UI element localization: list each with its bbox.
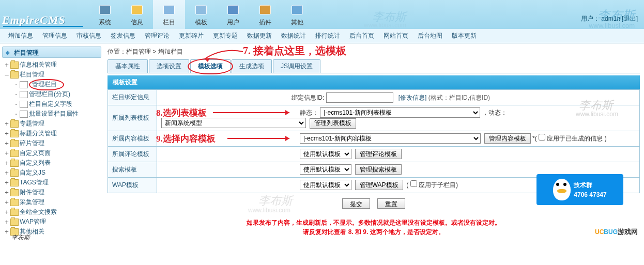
menu-后台地图[interactable]: 后台地图 <box>418 32 442 40</box>
menu-后台首页[interactable]: 后台首页 <box>349 32 374 40</box>
main-nav: 系统信息栏目模板用户插件其他 <box>89 0 313 29</box>
manage-listtpl-button[interactable]: 管理列表模板 <box>310 118 356 129</box>
user-area: 用户： adm1n [退出] <box>581 14 638 23</box>
menu-审核信息[interactable]: 审核信息 <box>76 32 101 40</box>
schtpl-select[interactable]: 使用默认模板 <box>300 164 351 175</box>
menu-版本更新[interactable]: 版本更新 <box>452 32 477 40</box>
manage-conttpl-button[interactable]: 管理内容模板 <box>484 133 531 144</box>
tab-模板选项[interactable]: 模板选项 <box>190 59 231 73</box>
tree-item-全站全文搜索[interactable]: +全站全文搜索 <box>2 207 101 217</box>
svg-rect-6 <box>292 5 303 14</box>
arrow-icon <box>213 108 296 117</box>
nav-用户[interactable]: 用户 <box>217 0 249 29</box>
menu-网站首页[interactable]: 网站首页 <box>384 32 408 40</box>
menu-数据更新[interactable]: 数据更新 <box>247 32 272 40</box>
footer-author: 李布斯 www.libusi.com <box>11 233 68 240</box>
row-listtpl-label: 所属列表模板 <box>108 105 157 131</box>
manage-waptpl-button[interactable]: 管理WAP模板 <box>355 180 403 190</box>
svg-rect-0 <box>100 5 111 14</box>
logo: EmpireCMS <box>2 13 66 27</box>
tab-基本属性[interactable]: 基本属性 <box>108 59 148 73</box>
svg-rect-3 <box>196 5 207 14</box>
row-listtpl-cell: 8.选列表模板 静态： |-ecms101-新闻列表模板 ，动态： 新闻系统模型… <box>157 105 640 131</box>
tree-item-自定义页面[interactable]: +自定义页面 <box>2 148 101 158</box>
tree-item-批量设置栏目属性[interactable]: ·批量设置栏目属性 <box>2 109 101 119</box>
listtpl-dyn-select[interactable]: 新闻系统模型 <box>161 118 306 128</box>
svg-rect-1 <box>132 5 143 14</box>
waptpl-chk-label: 应用于子栏目) <box>419 181 458 189</box>
tree-item-TAGS管理[interactable]: +TAGS管理 <box>2 178 101 188</box>
submit-button[interactable]: 提交 <box>342 198 370 209</box>
menu-数据统计[interactable]: 数据统计 <box>281 32 306 40</box>
bindinfo-input[interactable] <box>326 92 393 103</box>
panel-title: 模板设置 <box>108 75 640 89</box>
reset-button[interactable]: 重置 <box>377 198 405 209</box>
footer-note: 如果发布了内容，生成刷新后，不显示。多数情况就是这里没有设定模板。或者没有设定对… <box>108 212 640 239</box>
tab-JS调用设置[interactable]: JS调用设置 <box>273 59 320 73</box>
bindinfo-edit-link[interactable]: [修改信息] <box>398 94 427 101</box>
row-waptpl-label: WAP模板 <box>108 177 157 193</box>
tree-item-自定义JS[interactable]: +自定义JS <box>2 168 101 178</box>
menu-更新碎片[interactable]: 更新碎片 <box>179 32 204 40</box>
content-area: 位置：栏目管理 > 增加栏目 基本属性选项设置模板选项生成选项JS调用设置 7.… <box>103 43 644 240</box>
manage-comtpl-button[interactable]: 管理评论模板 <box>355 149 402 159</box>
tabs-bar: 基本属性选项设置模板选项生成选项JS调用设置 <box>108 59 640 73</box>
row-bindinfo-cell: 绑定信息ID: [修改信息] (格式：栏目ID,信息ID) <box>157 90 640 105</box>
nav-其他[interactable]: 其他 <box>281 0 313 29</box>
waptpl-select[interactable]: 使用默认模板 <box>300 180 351 190</box>
nav-插件[interactable]: 插件 <box>249 0 281 29</box>
conttpl-select[interactable]: |-ecms101-新闻内容模板 <box>300 133 481 144</box>
qq-penguin-icon <box>553 179 571 200</box>
tree-item-附件管理[interactable]: +附件管理 <box>2 188 101 197</box>
comtpl-select[interactable]: 使用默认模板 <box>300 149 351 159</box>
menu-签发信息[interactable]: 签发信息 <box>111 32 135 40</box>
conttpl-apply-checkbox[interactable] <box>539 134 545 141</box>
arrow-icon <box>227 134 296 143</box>
tree-item-专题管理[interactable]: +专题管理 <box>2 119 101 129</box>
row-conttpl-cell: 9.选择内容模板 |-ecms101-新闻内容模板 管理内容模板 *( 应用于已… <box>157 131 640 146</box>
listtpl-static-select[interactable]: |-ecms101-新闻列表模板 <box>320 107 480 118</box>
tree-item-栏目自定义字段[interactable]: ·栏目自定义字段 <box>2 99 101 109</box>
menu-bar: 增加信息管理信息审核信息签发信息管理评论更新碎片更新专题数据更新数据统计排行统计… <box>0 29 644 43</box>
menu-管理评论[interactable]: 管理评论 <box>145 32 170 40</box>
waptpl-subcol-checkbox[interactable] <box>410 180 417 187</box>
tree-item-采集管理[interactable]: +采集管理 <box>2 197 101 207</box>
tree-item-栏目管理[interactable]: –栏目管理 <box>2 70 101 80</box>
annotation-9: 9.选择内容模板 <box>156 133 216 145</box>
menu-增加信息[interactable]: 增加信息 <box>8 32 33 40</box>
tree-item-标题分类管理[interactable]: +标题分类管理 <box>2 129 101 138</box>
tab-生成选项[interactable]: 生成选项 <box>232 59 272 73</box>
tree-item-碎片管理[interactable]: +碎片管理 <box>2 138 101 148</box>
menu-排行统计[interactable]: 排行统计 <box>315 32 340 40</box>
nav-栏目[interactable]: 栏目 <box>153 0 185 29</box>
row-schtpl-label: 搜索模板 <box>108 162 157 177</box>
nav-信息[interactable]: 信息 <box>121 0 153 29</box>
sidebar-title: 栏目管理 <box>2 46 101 58</box>
nav-系统[interactable]: 系统 <box>89 0 121 29</box>
tree-item-管理栏目[interactable]: ·管理栏目 <box>2 80 101 89</box>
menu-更新专题[interactable]: 更新专题 <box>213 32 238 40</box>
conttpl-chk-label: 应用于已生成的信息 ) <box>547 135 606 142</box>
tab-选项设置[interactable]: 选项设置 <box>149 59 189 73</box>
top-bar: EmpireCMS 系统信息栏目模板用户插件其他 用户： adm1n [退出] … <box>0 0 644 29</box>
tree-item-自定义列表[interactable]: +自定义列表 <box>2 158 101 168</box>
bindinfo-sublabel: 绑定信息ID: <box>292 94 324 101</box>
svg-rect-4 <box>228 5 239 14</box>
nav-模板[interactable]: 模板 <box>185 0 217 29</box>
tree-item-管理栏目(分页)[interactable]: ·管理栏目(分页) <box>2 89 101 99</box>
logout-link[interactable]: [退出] <box>622 15 638 22</box>
row-comtpl-label: 所属评论模板 <box>108 146 157 162</box>
listtpl-static-label: 静态： <box>300 109 318 116</box>
menu-管理信息[interactable]: 管理信息 <box>42 32 67 40</box>
tree-item-信息相关管理[interactable]: +信息相关管理 <box>2 60 101 70</box>
watermark-text: 李布斯 <box>372 9 406 25</box>
tree-item-WAP管理[interactable]: +WAP管理 <box>2 217 101 227</box>
bindinfo-hint: (格式：栏目ID,信息ID) <box>428 94 490 101</box>
sidebar: 栏目管理 +信息相关管理–栏目管理·管理栏目·管理栏目(分页)·栏目自定义字段·… <box>0 43 103 240</box>
manage-schtpl-button[interactable]: 管理搜索模板 <box>355 164 402 175</box>
row-conttpl-label: 所属内容模板 <box>108 131 157 146</box>
qq-group-box[interactable]: 技术群4706 47347 <box>536 174 623 205</box>
breadcrumb: 位置：栏目管理 > 增加栏目 <box>108 46 640 59</box>
annotation-8: 8.选列表模板 <box>156 107 207 119</box>
user-name: adm1n <box>601 15 620 22</box>
